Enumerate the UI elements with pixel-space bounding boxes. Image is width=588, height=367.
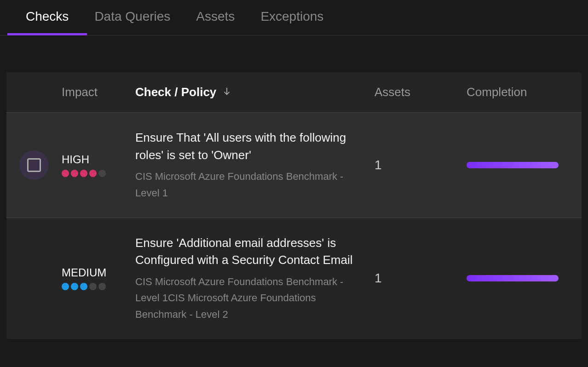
impact-cell: MEDIUM	[62, 266, 135, 290]
completion-cell	[467, 275, 572, 281]
impact-dots	[62, 283, 135, 290]
table-header: Impact Check / Policy Assets Completion	[6, 72, 582, 112]
progress-bar	[467, 162, 559, 168]
impact-dots	[62, 170, 135, 177]
progress-bar	[467, 275, 559, 281]
col-check[interactable]: Check / Policy	[135, 85, 375, 99]
completion-cell	[467, 162, 572, 168]
table-row[interactable]: MEDIUMEnsure 'Additional email addresses…	[6, 218, 582, 339]
tab-checks[interactable]: Checks	[26, 9, 69, 35]
col-impact[interactable]: Impact	[62, 85, 135, 99]
check-title: Ensure That 'All users with the followin…	[135, 129, 375, 164]
assets-value: 1	[375, 158, 467, 172]
impact-cell: HIGH	[62, 153, 135, 177]
table-row[interactable]: HIGHEnsure That 'All users with the foll…	[6, 112, 582, 218]
tab-bar: ChecksData QueriesAssetsExceptions	[0, 0, 588, 35]
row-checkbox[interactable]	[19, 150, 49, 180]
checks-table: Impact Check / Policy Assets Completion …	[6, 72, 582, 339]
col-completion[interactable]: Completion	[467, 85, 572, 99]
tab-assets[interactable]: Assets	[196, 9, 235, 35]
tab-data-queries[interactable]: Data Queries	[94, 9, 170, 35]
arrow-down-icon	[222, 85, 232, 99]
checkbox-icon	[27, 158, 41, 172]
check-subtitle: CIS Microsoft Azure Foundations Benchmar…	[135, 168, 375, 201]
impact-label: HIGH	[62, 153, 135, 166]
col-check-label: Check / Policy	[135, 85, 216, 99]
check-subtitle: CIS Microsoft Azure Foundations Benchmar…	[135, 274, 375, 322]
check-cell: Ensure That 'All users with the followin…	[135, 129, 375, 201]
check-cell: Ensure 'Additional email addresses' is C…	[135, 235, 375, 322]
check-title: Ensure 'Additional email addresses' is C…	[135, 235, 375, 269]
impact-label: MEDIUM	[62, 266, 135, 279]
col-assets[interactable]: Assets	[375, 85, 467, 99]
tab-exceptions[interactable]: Exceptions	[260, 9, 323, 35]
assets-value: 1	[375, 271, 467, 286]
